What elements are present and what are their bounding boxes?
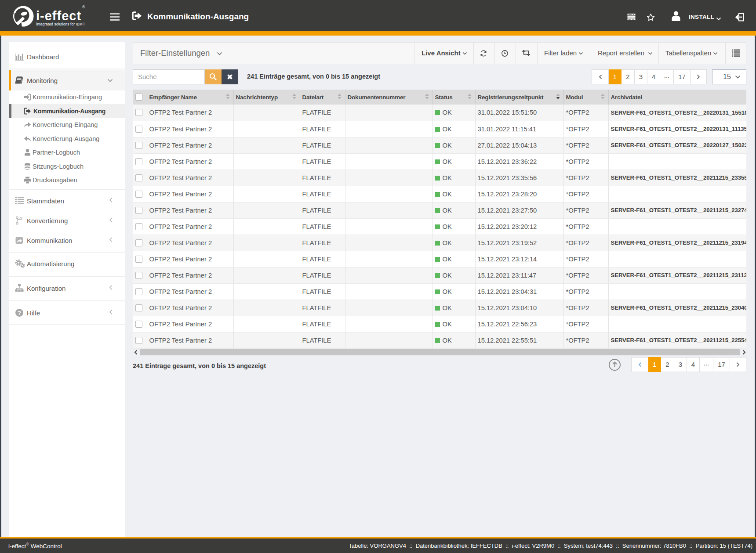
svg-text:integrated solutions for IBM i: integrated solutions for IBM i <box>36 22 85 26</box>
svg-text:?: ? <box>18 309 21 316</box>
svg-text:i-effect: i-effect <box>36 9 81 23</box>
svg-text:®: ® <box>82 5 85 9</box>
